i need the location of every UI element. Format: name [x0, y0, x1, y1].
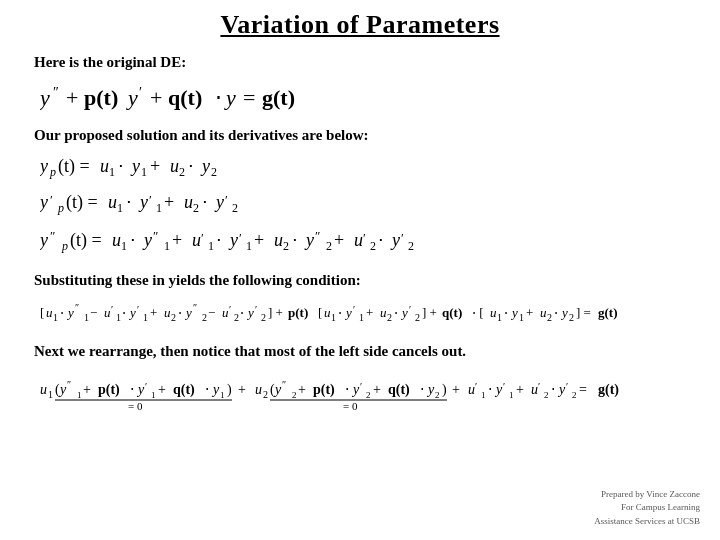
svg-text:1: 1 [509, 390, 514, 400]
svg-text:y: y [138, 192, 148, 212]
svg-text:2: 2 [234, 312, 239, 323]
svg-text:] =: ] = [576, 305, 591, 320]
svg-text:= 0: = 0 [343, 400, 358, 412]
svg-text:u: u [164, 305, 171, 320]
svg-text:y: y [66, 305, 74, 320]
formula-original-de: y ″ + p(t) y ′ + q(t) ⋅ y = g(t) [40, 77, 690, 119]
svg-text:y: y [426, 382, 435, 397]
svg-text:1: 1 [121, 239, 127, 253]
svg-text:″: ″ [53, 85, 59, 100]
svg-text:1: 1 [497, 312, 502, 323]
svg-text:+: + [373, 382, 381, 397]
svg-text:y: y [273, 382, 282, 397]
svg-text:(t) =: (t) = [58, 156, 90, 177]
svg-text:′: ′ [255, 304, 257, 315]
svg-text:+: + [452, 382, 460, 397]
section2-label: Our proposed solution and its derivative… [34, 127, 690, 144]
svg-text:y: y [400, 305, 408, 320]
svg-text:′: ′ [201, 230, 204, 245]
svg-text:2: 2 [326, 239, 332, 253]
svg-text:u: u [104, 305, 111, 320]
svg-text:2: 2 [547, 312, 552, 323]
svg-text:u: u [354, 230, 363, 250]
svg-text:1: 1 [481, 390, 486, 400]
svg-text:⋅: ⋅ [292, 230, 298, 250]
svg-text:y: y [304, 230, 314, 250]
svg-text:1: 1 [143, 312, 148, 323]
svg-text:1: 1 [77, 390, 82, 400]
svg-text:p(t): p(t) [84, 85, 118, 110]
svg-text:u: u [324, 305, 331, 320]
svg-text:+: + [164, 192, 174, 212]
svg-text:] +: ] + [422, 305, 437, 320]
svg-text:⋅: ⋅ [178, 305, 182, 320]
section4-label: Next we rearrange, then notice that most… [34, 343, 690, 360]
svg-text:⋅: ⋅ [216, 230, 222, 250]
svg-text:′: ′ [145, 381, 147, 392]
svg-text:u: u [112, 230, 121, 250]
svg-text:y: y [351, 382, 360, 397]
page-title: Variation of Parameters [30, 10, 690, 40]
svg-text:′: ′ [401, 230, 404, 245]
svg-text:2: 2 [544, 390, 549, 400]
svg-text:⋅: ⋅ [240, 305, 244, 320]
svg-text:y: y [228, 230, 238, 250]
svg-text:=: = [243, 85, 255, 110]
svg-text:1: 1 [331, 312, 336, 323]
svg-text:q(t): q(t) [168, 85, 202, 110]
svg-text:−: − [208, 305, 215, 320]
svg-text:⋅: ⋅ [394, 305, 398, 320]
svg-text:=: = [579, 382, 587, 397]
svg-text:): ) [442, 382, 447, 398]
svg-text:1: 1 [208, 239, 214, 253]
svg-text:y: y [560, 305, 568, 320]
svg-text:(t) =: (t) = [66, 192, 98, 213]
svg-text:1: 1 [53, 312, 58, 323]
svg-text:1: 1 [151, 390, 156, 400]
svg-text:p(t): p(t) [98, 382, 120, 398]
svg-text:y: y [142, 230, 152, 250]
svg-text:[: [ [40, 305, 44, 320]
svg-text:⋅: ⋅ [504, 305, 508, 320]
svg-text:1: 1 [116, 312, 121, 323]
svg-text:′: ′ [363, 230, 366, 245]
svg-text:2: 2 [569, 312, 574, 323]
svg-text:+: + [238, 382, 246, 397]
svg-text:(t) =: (t) = [70, 230, 102, 251]
svg-text:⋅: ⋅ [118, 156, 124, 176]
svg-text:⋅: ⋅ [488, 382, 492, 397]
svg-text:⋅: ⋅ [60, 305, 64, 320]
svg-text:u: u [274, 230, 283, 250]
svg-text:u: u [255, 382, 262, 397]
footer-line1: Prepared by Vince Zaccone [594, 488, 700, 502]
svg-text:⋅: ⋅ [126, 192, 132, 212]
svg-text:′: ′ [50, 192, 53, 207]
svg-text:2: 2 [292, 390, 297, 400]
svg-text:+: + [66, 85, 78, 110]
svg-text:⋅: ⋅ [122, 305, 126, 320]
svg-text:q(t): q(t) [388, 382, 410, 398]
svg-text:2: 2 [211, 165, 217, 179]
svg-text:2: 2 [193, 201, 199, 215]
svg-text:y: y [390, 230, 400, 250]
svg-text:y: y [344, 305, 352, 320]
svg-text:+: + [298, 382, 306, 397]
svg-text:u: u [46, 305, 53, 320]
svg-text:1: 1 [519, 312, 524, 323]
svg-text:y: y [40, 230, 48, 250]
svg-text:+: + [83, 382, 91, 397]
svg-text:′: ′ [225, 192, 228, 207]
svg-text:[: [ [318, 305, 322, 320]
svg-text:1: 1 [156, 201, 162, 215]
svg-text:2: 2 [202, 312, 207, 323]
svg-text:⋅: ⋅ [215, 85, 222, 110]
svg-text:y: y [40, 192, 48, 212]
footer-line2: For Campus Learning [594, 501, 700, 515]
svg-text:y: y [246, 305, 254, 320]
svg-text:′: ′ [475, 381, 477, 392]
svg-text:+: + [526, 305, 533, 320]
svg-text:u: u [108, 192, 117, 212]
svg-text:u: u [170, 156, 179, 176]
svg-text:y: y [211, 382, 220, 397]
svg-text:y: y [40, 85, 50, 110]
